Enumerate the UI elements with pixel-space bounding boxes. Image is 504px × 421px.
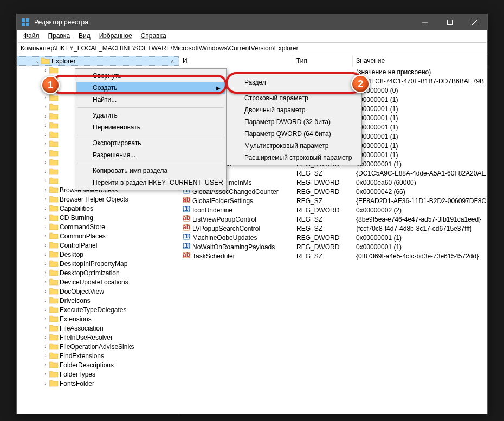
tree-item[interactable]: ›FileInUseResolver <box>17 333 179 342</box>
expander-icon[interactable]: › <box>42 169 49 174</box>
tree-label: FileInUseResolver <box>60 334 113 341</box>
ctx-create-binary[interactable]: Двоичный параметр <box>228 104 360 116</box>
tree-item[interactable]: ›FolderDescriptions <box>17 360 179 370</box>
col-type[interactable]: Тип <box>293 55 353 67</box>
list-row[interactable]: abListViewPopupControlREG_SZ{8be9f5ea-e7… <box>179 215 487 224</box>
expander-icon[interactable]: › <box>42 205 49 211</box>
tree-item[interactable]: ›FindExtensions <box>17 351 179 360</box>
expander-icon[interactable]: › <box>42 141 49 147</box>
expander-icon[interactable]: › <box>42 113 49 119</box>
ctx-export[interactable]: Экспортировать <box>76 137 225 149</box>
expander-icon[interactable]: › <box>42 325 49 331</box>
reg-name: MachineOobeUpdates <box>192 234 257 242</box>
tree-item[interactable]: ›DocObjectView <box>17 287 179 296</box>
tree-label: DesktopOptimization <box>60 269 120 277</box>
expander-icon[interactable]: › <box>42 362 49 368</box>
tree-item[interactable]: ›DeviceUpdateLocations <box>17 277 179 287</box>
tree-item[interactable]: ›CommandStore <box>17 222 179 231</box>
tree-item[interactable]: ›FileOperationAdviseSinks <box>17 342 179 351</box>
ctx-collapse[interactable]: Свернуть <box>76 70 225 82</box>
expander-icon[interactable]: › <box>42 380 49 386</box>
expander-icon[interactable]: › <box>42 215 49 221</box>
ctx-create-dword[interactable]: Параметр DWORD (32 бита) <box>228 116 360 128</box>
tree-item[interactable]: ›FileAssociation <box>17 323 179 333</box>
expander-icon[interactable]: › <box>42 95 49 101</box>
ctx-create-multistring[interactable]: Мультистроковый параметр <box>228 140 360 152</box>
list-row[interactable]: abGlobalFolderSettingsREG_SZ{EF8AD2D1-AE… <box>179 196 487 205</box>
col-value[interactable]: Значение <box>353 55 487 67</box>
tree-item[interactable]: ›FontsFolder <box>17 379 179 388</box>
expander-icon[interactable]: › <box>42 233 49 239</box>
expander-icon[interactable]: › <box>42 261 49 267</box>
menu-favorites[interactable]: Избранное <box>95 31 137 41</box>
expander-icon[interactable]: › <box>42 150 49 156</box>
menu-edit[interactable]: Правка <box>44 31 75 41</box>
ctx-copy-key[interactable]: Копировать имя раздела <box>76 165 225 177</box>
menu-view[interactable]: Вид <box>74 31 95 41</box>
col-name[interactable]: И <box>179 55 293 67</box>
tree-item[interactable]: ›Capabilities <box>17 204 179 213</box>
ctx-delete[interactable]: Удалить <box>76 109 225 121</box>
expander-icon[interactable]: › <box>42 187 49 193</box>
expander-icon[interactable]: › <box>42 371 49 377</box>
expander-icon[interactable]: › <box>42 132 49 138</box>
ctx-find[interactable]: Найти... <box>76 94 225 106</box>
ctx-create-expandstring[interactable]: Расширяемый строковый параметр <box>228 152 360 164</box>
list-row[interactable]: abLVPopupSearchControlREG_SZ{fccf70c8-f4… <box>179 224 487 233</box>
expander-icon[interactable]: › <box>42 297 49 303</box>
expander-icon[interactable]: › <box>42 104 49 110</box>
expander-icon[interactable]: › <box>42 251 49 257</box>
expander-icon[interactable]: › <box>42 178 49 184</box>
titlebar[interactable]: Редактор реестра <box>17 14 487 30</box>
reg-value: {8be9f5ea-e746-4e47-ad57-3fb191ca1eed} <box>356 216 481 223</box>
ctx-create-string[interactable]: Строковый параметр <box>228 92 360 104</box>
close-button[interactable] <box>462 14 487 30</box>
expander-icon[interactable]: › <box>42 288 49 294</box>
address-bar[interactable]: Компьютер\HKEY_LOCAL_MACHINE\SOFTWARE\Mi… <box>18 42 486 54</box>
expander-icon[interactable]: › <box>42 122 49 128</box>
reg-name: LVPopupSearchControl <box>192 225 260 232</box>
expander-icon[interactable]: › <box>42 316 49 322</box>
expander-icon[interactable]: › <box>42 279 49 285</box>
expander-icon[interactable]: › <box>42 67 49 73</box>
tree-item[interactable]: ›Browser Helper Objects <box>17 195 179 204</box>
expander-icon[interactable]: › <box>42 334 49 340</box>
tree-item[interactable]: ›CD Burning <box>17 213 179 222</box>
list-row[interactable]: 110NoWaitOnRoamingPayloadsREG_DWORD0x000… <box>179 242 487 251</box>
tree-item[interactable]: ›Desktop <box>17 250 179 259</box>
expander-icon[interactable]: › <box>42 344 49 349</box>
expander-icon[interactable]: › <box>42 353 49 359</box>
tree-item[interactable]: ›CommonPlaces <box>17 231 179 241</box>
menu-help[interactable]: Справка <box>137 31 171 41</box>
tree-item[interactable]: ›FolderTypes <box>17 370 179 379</box>
list-row[interactable]: 110MachineOobeUpdatesREG_DWORD0x00000001… <box>179 233 487 242</box>
expander-icon[interactable]: › <box>42 224 49 230</box>
tree-item[interactable]: ›DriveIcons <box>17 296 179 305</box>
tree-label: Browser Helper Objects <box>60 196 128 203</box>
expander-icon[interactable]: › <box>42 159 49 165</box>
tree-item[interactable]: ›ExecuteTypeDelegates <box>17 305 179 314</box>
ctx-create-key[interactable]: Раздел <box>228 76 360 88</box>
list-row[interactable]: abTaskSchedulerREG_SZ{0f87369f-a4e5-4cfc… <box>179 251 487 261</box>
ctx-rename[interactable]: Переименовать <box>76 121 225 133</box>
tree-item[interactable]: ›DesktopIniPropertyMap <box>17 259 179 268</box>
expander-icon[interactable]: › <box>42 196 49 202</box>
tree-label: FolderDescriptions <box>60 361 114 369</box>
tree-item[interactable]: ›DesktopOptimization <box>17 268 179 277</box>
expander-icon[interactable]: › <box>42 242 49 248</box>
menu-file[interactable]: Файл <box>19 31 44 41</box>
ctx-create[interactable]: Создать▶ <box>76 82 225 94</box>
expander-icon[interactable]: ⌄ <box>34 58 41 64</box>
list-row[interactable]: 110IconUnderlineREG_DWORD0x00000002 (2) <box>179 205 487 215</box>
maximize-button[interactable] <box>437 14 462 30</box>
tree-item[interactable]: ›ControlPanel <box>17 241 179 250</box>
tree-item[interactable]: ›Extensions <box>17 314 179 323</box>
ctx-permissions[interactable]: Разрешения... <box>76 149 225 161</box>
expander-icon[interactable]: › <box>42 307 49 313</box>
ctx-goto-hkcu[interactable]: Перейти в раздел HKEY_CURRENT_USER <box>76 177 225 189</box>
ctx-create-qword[interactable]: Параметр QWORD (64 бита) <box>228 128 360 140</box>
expander-icon[interactable]: › <box>42 270 49 276</box>
separator <box>77 135 224 135</box>
minimize-button[interactable] <box>412 14 437 30</box>
tree-item-explorer[interactable]: ⌄Explorerʌ <box>17 56 179 66</box>
